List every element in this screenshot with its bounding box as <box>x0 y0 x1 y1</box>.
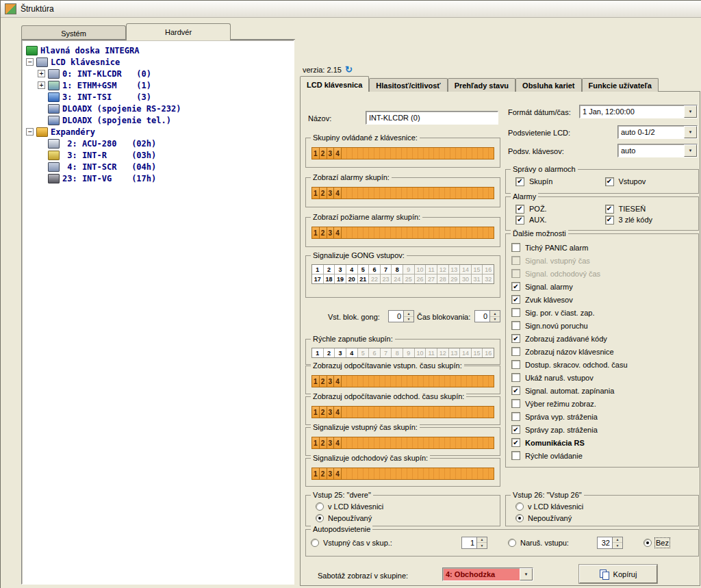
checkbox-box[interactable] <box>511 256 520 265</box>
tab-obsluha-kariet[interactable]: Obsluha kariet <box>515 78 581 92</box>
checkbox-box[interactable]: ✔ <box>511 334 520 343</box>
tab-lcd-kl-vesnica[interactable]: LCD klávesnica <box>300 76 369 92</box>
partition-cell-27[interactable] <box>461 407 467 418</box>
cell-10[interactable]: 10 <box>415 348 426 357</box>
partition-cell-8[interactable] <box>358 188 364 199</box>
partition-cell-23[interactable] <box>439 468 445 479</box>
partition-cell-13[interactable] <box>385 407 391 418</box>
cell-22[interactable]: 22 <box>369 274 381 283</box>
tab-hlasitos-citlivos[interactable]: Hlasitosť/citlivosť <box>369 78 447 92</box>
partition-cell-30[interactable] <box>478 148 483 159</box>
partition-cell-29[interactable] <box>472 227 478 238</box>
partition-cell-3[interactable]: 3 <box>327 376 335 387</box>
partition-cell-21[interactable] <box>429 437 435 448</box>
cell-10[interactable]: 10 <box>415 265 426 274</box>
spinner-down-icon[interactable]: ▼ <box>490 317 500 322</box>
partition-cell-18[interactable] <box>413 468 418 479</box>
checkbox-box[interactable] <box>511 308 520 317</box>
partition-cell-7[interactable] <box>353 376 358 387</box>
partition-cell-31[interactable] <box>483 468 489 479</box>
partition-cell-21[interactable] <box>429 227 435 238</box>
partition-cell-27[interactable] <box>461 227 467 238</box>
cell-32[interactable]: 32 <box>483 274 494 283</box>
partition-cell-12[interactable] <box>380 407 385 418</box>
partition-cell-31[interactable] <box>483 407 489 418</box>
partition-cell-4[interactable]: 4 <box>334 468 342 479</box>
partition-cell-7[interactable] <box>353 188 358 199</box>
partition-cell-24[interactable] <box>445 437 450 448</box>
cell-1[interactable]: 1 <box>312 348 324 357</box>
tree-expander-plus-icon[interactable]: + <box>38 81 45 89</box>
partition-cell-11[interactable] <box>374 376 380 387</box>
partition-cell-10[interactable] <box>369 468 374 479</box>
partition-cell-21[interactable] <box>429 188 435 199</box>
partition-cell-9[interactable] <box>364 227 369 238</box>
partition-cell-22[interactable] <box>434 407 439 418</box>
tree-expander-minus-icon[interactable]: − <box>26 128 34 136</box>
partition-cell-3[interactable]: 3 <box>327 437 335 448</box>
checkbox-signal-automat-zap-nania[interactable]: ✔Signal. automat. zapínania <box>511 384 694 397</box>
partition-cell-31[interactable] <box>483 376 489 387</box>
partition-cell-29[interactable] <box>472 376 478 387</box>
partition-cell-27[interactable] <box>461 148 467 159</box>
chevron-down-icon[interactable]: ▼ <box>684 144 697 157</box>
cell-9[interactable]: 9 <box>403 348 415 357</box>
cell-5[interactable]: 5 <box>358 265 370 274</box>
partition-cell-20[interactable] <box>424 188 429 199</box>
partition-cell-27[interactable] <box>461 437 467 448</box>
spinner[interactable]: 1▲▼ <box>461 537 487 549</box>
radio-circle[interactable] <box>311 539 319 547</box>
partition-cell-6[interactable] <box>347 437 353 448</box>
tree-item-3-int-tsi-3[interactable]: 3: INT-TSI (3) <box>22 91 294 103</box>
radio-v-lcd-kl-vesnici[interactable]: v LCD klávesnici <box>316 502 383 511</box>
partition-cell-11[interactable] <box>374 468 380 479</box>
partition-cell-23[interactable] <box>439 188 445 199</box>
tab-hardv-r[interactable]: Hardvér <box>126 23 231 40</box>
cell-9[interactable]: 9 <box>403 265 415 274</box>
checkbox-po[interactable]: ✔POŽ. <box>515 203 605 214</box>
partition-cell-15[interactable] <box>396 188 402 199</box>
checkbox-box[interactable]: ✔ <box>511 438 520 447</box>
checkbox-uk-naru-vstupov[interactable]: Ukáž naruš. vstupov <box>511 371 694 384</box>
spinner-up-icon[interactable]: ▲ <box>490 311 500 317</box>
partition-cell-29[interactable] <box>472 148 478 159</box>
partition-cell-12[interactable] <box>380 437 385 448</box>
checkbox-box[interactable]: ✔ <box>511 386 520 395</box>
lcd-backlight-combo[interactable]: auto 0-1/2 ▼ <box>617 125 698 139</box>
partition-cell-5[interactable] <box>342 227 347 238</box>
partition-cell-31[interactable] <box>483 437 489 448</box>
checkbox-r-chle-ovl-danie[interactable]: Rýchle ovládanie <box>511 449 694 462</box>
radio-circle[interactable] <box>508 539 516 547</box>
partition-cell-13[interactable] <box>385 437 391 448</box>
cell-27[interactable]: 27 <box>426 274 437 283</box>
partition-cell-23[interactable] <box>439 407 445 418</box>
checkbox-spr-va-vyp-str-enia[interactable]: Správa vyp. stráženia <box>511 410 694 423</box>
partition-cell-20[interactable] <box>424 407 429 418</box>
radio-nepou-van[interactable]: Nepoužívaný <box>316 513 383 523</box>
partition-cell-3[interactable]: 3 <box>327 407 335 418</box>
cell-6[interactable]: 6 <box>369 265 381 274</box>
partition-cell-20[interactable] <box>424 376 429 387</box>
partition-cell-4[interactable]: 4 <box>334 188 342 199</box>
checkbox-box[interactable] <box>511 269 520 278</box>
cell-28[interactable]: 28 <box>437 274 449 283</box>
checkbox-box[interactable] <box>511 347 520 356</box>
partition-cell-11[interactable] <box>374 437 380 448</box>
partition-cell-28[interactable] <box>467 188 472 199</box>
partition-cell-14[interactable] <box>391 227 396 238</box>
datetime-format-combo[interactable]: 1 Jan, 12:00:00 ▼ <box>579 105 698 118</box>
cell-11[interactable]: 11 <box>426 265 437 274</box>
cell-25[interactable]: 25 <box>403 274 415 283</box>
cell-5[interactable]: 5 <box>358 348 370 357</box>
partition-cell-30[interactable] <box>478 407 483 418</box>
refresh-icon[interactable]: ↻ <box>345 65 353 74</box>
partition-cell-4[interactable]: 4 <box>334 227 342 238</box>
spinner[interactable]: 0▲▼ <box>474 310 500 322</box>
partition-cell-8[interactable] <box>358 437 364 448</box>
partition-cell-2[interactable]: 2 <box>320 437 327 448</box>
partition-cell-8[interactable] <box>358 148 364 159</box>
partition-cell-7[interactable] <box>353 407 358 418</box>
partition-cell-32[interactable] <box>489 148 494 159</box>
partition-cell-21[interactable] <box>429 468 435 479</box>
checkbox-zobrazuj-n-zov-kl-vesnice[interactable]: Zobrazuj názov klávesnice <box>511 345 694 358</box>
